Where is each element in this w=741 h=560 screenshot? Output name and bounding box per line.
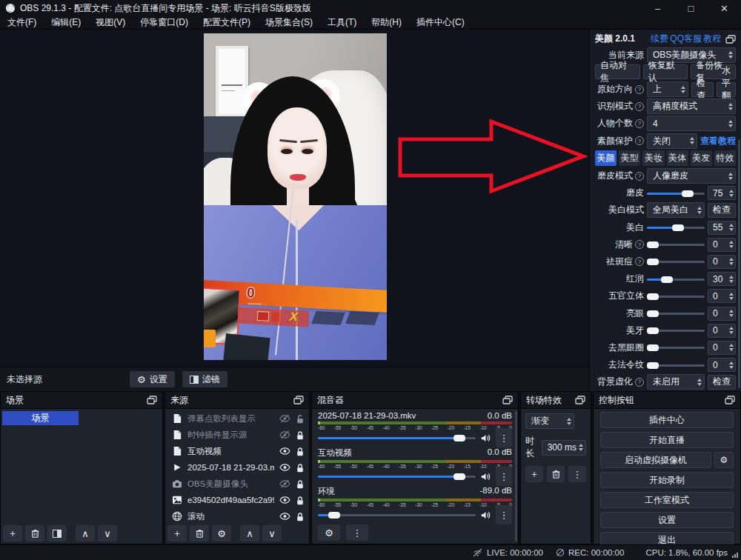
lock-icon[interactable] bbox=[296, 430, 305, 440]
remove-source-button[interactable] bbox=[190, 525, 209, 541]
popout-icon[interactable] bbox=[502, 396, 513, 404]
help-icon[interactable]: ? bbox=[635, 240, 644, 249]
transition-select[interactable]: 渐变 bbox=[525, 413, 574, 429]
tab-美型[interactable]: 美型 bbox=[619, 150, 640, 166]
settings-button[interactable]: ⚙ 设置 bbox=[130, 371, 175, 387]
speaker-icon[interactable] bbox=[480, 510, 491, 520]
popout-icon[interactable] bbox=[725, 396, 735, 404]
beauty-button[interactable]: 自动对焦 bbox=[595, 64, 640, 79]
volume-slider[interactable] bbox=[318, 433, 476, 442]
eye-icon[interactable] bbox=[279, 463, 290, 472]
volume-slider[interactable] bbox=[318, 510, 476, 519]
menu-item[interactable]: 视图(V) bbox=[88, 16, 133, 30]
scene-filters-button[interactable] bbox=[47, 525, 67, 541]
help-icon[interactable]: ? bbox=[635, 378, 644, 387]
beauty-link[interactable]: 续费 bbox=[651, 33, 668, 44]
mixer-scrollbar[interactable] bbox=[515, 411, 517, 541]
tab-特效[interactable]: 特效 bbox=[714, 150, 736, 166]
menu-item[interactable]: 场景集合(S) bbox=[258, 16, 320, 30]
slider-祛斑痘[interactable] bbox=[647, 257, 705, 266]
control-button-设置[interactable]: 设置 bbox=[600, 512, 734, 528]
popout-icon[interactable] bbox=[725, 35, 736, 44]
menu-item[interactable]: 工具(T) bbox=[320, 16, 364, 30]
menu-item[interactable]: 帮助(H) bbox=[364, 16, 409, 30]
advanced-audio-button[interactable]: ⚙ bbox=[318, 524, 340, 541]
volume-slider[interactable] bbox=[318, 472, 476, 481]
value-spinner-磨皮[interactable]: 75 bbox=[708, 186, 736, 200]
value-spinner-五官立体[interactable]: 0 bbox=[708, 289, 736, 303]
help-icon[interactable]: ? bbox=[635, 85, 644, 94]
source-row[interactable]: 互动视频 bbox=[165, 443, 309, 459]
tab-美妆[interactable]: 美妆 bbox=[642, 150, 664, 166]
slider-美牙[interactable] bbox=[647, 326, 705, 335]
channel-menu-button[interactable]: ⋮ bbox=[496, 467, 512, 486]
popout-icon[interactable] bbox=[575, 396, 585, 404]
close-button[interactable]: ✕ bbox=[708, 0, 741, 16]
control-button-工作室模式[interactable]: 工作室模式 bbox=[600, 492, 734, 508]
source-row[interactable]: 2025-07-18 21-29-03.mkv bbox=[165, 459, 309, 476]
speaker-icon[interactable] bbox=[480, 433, 491, 443]
dropdown-识别模式[interactable]: 高精度模式 bbox=[647, 99, 736, 114]
menu-item[interactable]: 文件(F) bbox=[0, 16, 44, 30]
slider-美白[interactable] bbox=[647, 223, 705, 232]
help-icon[interactable]: ? bbox=[635, 172, 644, 181]
dropdown-背景虚化[interactable]: 未启用 bbox=[647, 374, 705, 390]
duration-spinner[interactable]: 300 ms bbox=[542, 440, 586, 456]
virtual-camera-settings-button[interactable]: ⚙ bbox=[714, 452, 734, 468]
source-row[interactable]: 滚动 bbox=[165, 508, 309, 524]
control-button-插件中心[interactable]: 插件中心 bbox=[600, 412, 734, 428]
move-scene-up-button[interactable]: ∧ bbox=[76, 525, 95, 541]
control-button-开始录制[interactable]: 开始录制 bbox=[600, 472, 734, 488]
move-scene-down-button[interactable]: ∨ bbox=[98, 525, 117, 541]
dropdown-美白模式[interactable]: 全局美白 bbox=[647, 202, 705, 218]
control-button-启动虚拟摄像机[interactable]: 启动虚拟摄像机 bbox=[600, 452, 711, 468]
remove-scene-button[interactable] bbox=[25, 525, 44, 541]
menu-item[interactable]: 插件中心(C) bbox=[409, 16, 472, 30]
unlock-icon[interactable] bbox=[296, 414, 305, 424]
add-scene-button[interactable]: ＋ bbox=[3, 525, 22, 541]
add-transition-button[interactable]: ＋ bbox=[525, 466, 543, 482]
speaker-icon[interactable] bbox=[480, 472, 491, 481]
transition-menu-button[interactable]: ⋮ bbox=[568, 466, 586, 482]
eye-icon[interactable] bbox=[279, 496, 290, 504]
button-水平翻转[interactable]: 水平翻转 bbox=[717, 82, 736, 97]
beauty-scrollbar[interactable] bbox=[738, 139, 740, 388]
eye-off-icon[interactable] bbox=[279, 479, 290, 488]
filters-button[interactable]: 滤镜 bbox=[182, 371, 227, 387]
slider-磨皮[interactable] bbox=[647, 189, 705, 198]
dropdown-素颜保护[interactable]: 关闭 bbox=[647, 133, 697, 149]
menu-item[interactable]: 编辑(E) bbox=[44, 16, 88, 30]
tab-美颜[interactable]: 美颜 bbox=[595, 150, 617, 166]
popout-icon[interactable] bbox=[147, 396, 157, 404]
lock-icon[interactable] bbox=[296, 512, 305, 521]
beauty-link[interactable]: QQ客服 bbox=[670, 33, 702, 44]
beauty-button[interactable]: 恢复默认 bbox=[643, 64, 688, 79]
link-查看教程[interactable]: 查看教程 bbox=[700, 135, 736, 147]
eye-icon[interactable] bbox=[279, 512, 290, 521]
help-icon[interactable]: ? bbox=[635, 119, 644, 128]
value-spinner-清晰[interactable]: 0 bbox=[708, 238, 736, 252]
value-spinner-去法令纹[interactable]: 0 bbox=[708, 358, 736, 372]
value-spinner-亮眼[interactable]: 0 bbox=[708, 307, 736, 321]
source-row[interactable]: 弹幕点歌列表显示 bbox=[165, 410, 309, 427]
move-source-down-button[interactable]: ∨ bbox=[262, 525, 282, 541]
minimize-button[interactable]: – bbox=[641, 0, 674, 16]
value-spinner-美白[interactable]: 55 bbox=[708, 221, 736, 235]
source-row[interactable]: e394502df49aa5fc2a99cd2e7c bbox=[165, 492, 309, 508]
value-spinner-红润[interactable]: 30 bbox=[708, 272, 736, 286]
preview-canvas[interactable]: 0 ▪▪▪▪▪▪ X bbox=[0, 30, 589, 367]
maximize-button[interactable]: □ bbox=[674, 0, 708, 16]
slider-亮眼[interactable] bbox=[647, 309, 705, 318]
slider-清晰[interactable] bbox=[647, 240, 705, 249]
mixer-menu-button[interactable]: ⋮ bbox=[346, 524, 368, 541]
popout-icon[interactable] bbox=[293, 396, 304, 404]
value-spinner-祛斑痘[interactable]: 0 bbox=[708, 255, 736, 269]
add-source-button[interactable]: ＋ bbox=[167, 525, 187, 541]
spinner-人物个数[interactable]: 4 bbox=[647, 116, 736, 131]
lock-icon[interactable] bbox=[296, 447, 305, 456]
menu-item[interactable]: 停靠窗口(D) bbox=[133, 16, 196, 30]
scene-list-item[interactable]: 场景 bbox=[2, 411, 79, 425]
source-row[interactable]: OBS美颜摄像头 bbox=[165, 476, 309, 492]
tab-美体[interactable]: 美体 bbox=[667, 150, 688, 166]
slider-五官立体[interactable] bbox=[647, 292, 705, 301]
